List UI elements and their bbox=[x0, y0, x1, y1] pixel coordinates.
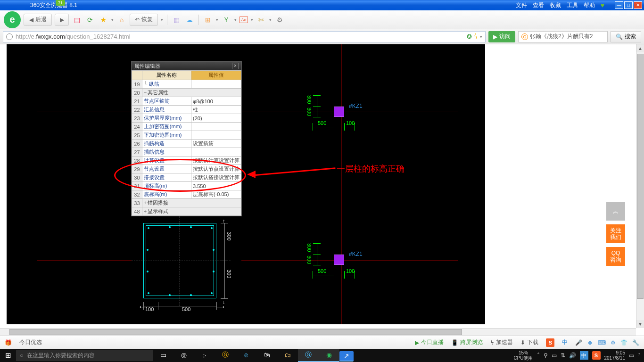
app-g-icon[interactable]: Ⓖ bbox=[298, 349, 319, 362]
property-row[interactable]: 20−其它属性 bbox=[132, 89, 241, 97]
property-row[interactable]: 27插筋信息 bbox=[132, 148, 241, 156]
property-row[interactable]: 30搭接设置按默认搭接设置计算 bbox=[132, 173, 241, 182]
prop-name[interactable]: 保护层厚度(mm) bbox=[142, 114, 191, 123]
face-icon[interactable]: ☻ bbox=[587, 339, 593, 346]
property-row[interactable]: 48+显示样式 bbox=[132, 207, 241, 216]
browser-logo-icon[interactable]: e bbox=[4, 11, 21, 28]
cad-canvas[interactable]: 属性编辑器 × 属性名称属性值 19└ 纵筋20−其它属性21节点区箍筋φ8@1… bbox=[7, 44, 485, 324]
minimize-button[interactable]: — bbox=[615, 1, 623, 9]
menu-fav[interactable]: 收藏 bbox=[550, 1, 561, 9]
menu-tools[interactable]: 工具 bbox=[567, 1, 578, 9]
qq-consult-button[interactable]: QQ 咨询 bbox=[606, 247, 625, 266]
property-row[interactable]: 26插筋构造设置插筋 bbox=[132, 140, 241, 148]
prop-value[interactable]: 设置插筋 bbox=[191, 140, 241, 148]
maximize-button[interactable]: □ bbox=[624, 1, 633, 9]
prop-value[interactable]: 柱 bbox=[191, 106, 241, 114]
go-button[interactable]: ▶ 访问 bbox=[488, 31, 515, 42]
property-row[interactable]: 28计算设置按默认计算设置计算 bbox=[132, 156, 241, 165]
skin-icon[interactable]: ♥ bbox=[601, 1, 604, 9]
scroll-up-arrow[interactable]: ▲ bbox=[636, 44, 644, 52]
menu-view[interactable]: 查看 bbox=[533, 1, 544, 9]
prop-name[interactable]: 顶标高(m) bbox=[142, 182, 191, 190]
tray-sogou-icon[interactable]: S bbox=[592, 351, 601, 360]
back-to-top-button[interactable]: ︽ bbox=[606, 202, 625, 221]
close-button[interactable]: ✕ bbox=[634, 1, 642, 9]
property-row[interactable]: 25下加密范围(mm) bbox=[132, 131, 241, 140]
mic-icon[interactable]: 🎤 bbox=[575, 339, 582, 346]
home-icon[interactable]: ⌂ bbox=[116, 15, 127, 25]
adblock-icon[interactable]: Aα bbox=[239, 16, 248, 23]
ime-cn-badge[interactable]: 中 bbox=[562, 338, 568, 346]
doc-icon[interactable]: ▤ bbox=[72, 15, 82, 25]
search-button[interactable]: 🔍 搜索 bbox=[611, 31, 641, 42]
scroll-v-thumb[interactable] bbox=[637, 54, 644, 299]
app-swirl-icon[interactable]: ჻ bbox=[194, 349, 215, 362]
status-live[interactable]: ▶ 今日直播 bbox=[415, 338, 444, 346]
status-cross[interactable]: 📱 跨屏浏览 bbox=[451, 338, 483, 346]
scroll-down-arrow[interactable]: ▼ bbox=[636, 320, 644, 328]
tray-clock[interactable]: 9:052017/8/11 bbox=[604, 350, 626, 361]
prop-name[interactable]: 插筋构造 bbox=[142, 140, 191, 148]
property-row[interactable]: 19└ 纵筋 bbox=[132, 80, 241, 89]
property-row[interactable]: 21节点区箍筋φ8@100 bbox=[132, 97, 241, 106]
tray-battery-icon[interactable]: ▭ bbox=[552, 352, 557, 359]
app-blue-icon[interactable]: ↗ bbox=[339, 351, 354, 362]
prop-name[interactable]: −其它属性 bbox=[142, 89, 241, 97]
tshirt-icon[interactable]: 👕 bbox=[620, 339, 627, 346]
prop-name[interactable]: 插筋信息 bbox=[142, 148, 191, 156]
panel-close-icon[interactable]: × bbox=[232, 63, 239, 69]
column-marker-2[interactable] bbox=[334, 255, 344, 265]
taskview-icon[interactable]: ▭ bbox=[153, 349, 173, 362]
status-accel[interactable]: ϟ 加速器 bbox=[490, 338, 513, 346]
browser360-task-icon[interactable]: ◉ bbox=[319, 349, 339, 362]
url-lightning-icon[interactable]: ϟ bbox=[474, 33, 478, 40]
tray-notifications-icon[interactable]: ▭ bbox=[629, 352, 634, 359]
edge-icon[interactable]: e bbox=[236, 349, 256, 362]
property-row[interactable]: 29节点设置按默认节点设置计算 bbox=[132, 165, 241, 173]
prop-value[interactable]: 层底标高(-0.05) bbox=[191, 190, 241, 199]
prop-name[interactable]: 计算设置 bbox=[142, 156, 191, 165]
tray-chevron-icon[interactable]: ˄ bbox=[537, 352, 540, 359]
keyboard-icon[interactable]: ⌨ bbox=[598, 339, 606, 346]
prop-value[interactable]: 3.550 bbox=[191, 182, 241, 190]
property-editor-panel[interactable]: 属性编辑器 × 属性名称属性值 19└ 纵筋20−其它属性21节点区箍筋φ8@1… bbox=[131, 61, 242, 216]
prop-value[interactable]: φ8@100 bbox=[191, 97, 241, 106]
prop-value[interactable]: (20) bbox=[191, 114, 241, 123]
prop-value[interactable]: 按默认搭接设置计算 bbox=[191, 173, 241, 182]
address-input[interactable]: http://e.fwxgx.com/question_1628274.html… bbox=[3, 31, 486, 42]
explorer-icon[interactable]: 🗂 bbox=[277, 349, 298, 362]
prop-name[interactable]: 汇总信息 bbox=[142, 106, 191, 114]
prop-value[interactable]: 按默认计算设置计算 bbox=[191, 156, 241, 165]
prop-name[interactable]: +显示样式 bbox=[142, 207, 241, 216]
menu-help[interactable]: 帮助 bbox=[584, 1, 595, 9]
prop-name[interactable]: └ 纵筋 bbox=[142, 80, 191, 89]
scroll-h-thumb[interactable] bbox=[9, 329, 462, 335]
status-download[interactable]: ⬇ 下载 bbox=[520, 338, 538, 346]
cortana-ring-icon[interactable]: ◎ bbox=[173, 349, 194, 362]
tray-ime-icon[interactable]: 中 bbox=[580, 351, 588, 360]
property-row[interactable]: 23保护层厚度(mm)(20) bbox=[132, 114, 241, 123]
cloud-icon[interactable]: ☁ bbox=[184, 15, 195, 25]
pay-icon[interactable]: ¥ bbox=[221, 15, 231, 25]
follow-us-button[interactable]: 关注 我们 bbox=[606, 224, 625, 243]
prop-name[interactable]: 上加密范围(mm) bbox=[142, 123, 191, 131]
vertical-scrollbar[interactable]: ▲ ▼ bbox=[636, 44, 644, 328]
prop-value[interactable] bbox=[191, 131, 241, 140]
prop-value[interactable]: 按默认节点设置计算 bbox=[191, 165, 241, 173]
prop-name[interactable]: 搭接设置 bbox=[142, 173, 191, 182]
panel-titlebar[interactable]: 属性编辑器 × bbox=[132, 62, 241, 70]
property-row[interactable]: 22汇总信息柱 bbox=[132, 106, 241, 114]
app-6-icon[interactable]: Ⓖ bbox=[215, 349, 236, 362]
search-taskbar[interactable]: ○ 在这里输入你要搜索的内容 bbox=[16, 350, 153, 361]
column-marker-1[interactable] bbox=[334, 107, 344, 117]
tray-volume-icon[interactable]: 🔊 bbox=[569, 352, 576, 359]
prop-name[interactable]: +锚固搭接 bbox=[142, 199, 241, 207]
wallet-icon[interactable]: ▦ bbox=[171, 15, 182, 25]
prop-name[interactable]: 节点区箍筋 bbox=[142, 97, 191, 106]
tray-wifi-icon[interactable]: ⇅ bbox=[561, 352, 565, 359]
prop-name[interactable]: 下加密范围(mm) bbox=[142, 131, 191, 140]
tray-locate-icon[interactable]: ⚲ bbox=[544, 352, 548, 359]
search-preview[interactable]: Q 张翰《战狼2》片酬只有2 bbox=[518, 31, 608, 42]
restore-button[interactable]: ↶ 恢复 bbox=[130, 14, 158, 26]
capture-icon[interactable]: ✄ bbox=[256, 15, 266, 25]
